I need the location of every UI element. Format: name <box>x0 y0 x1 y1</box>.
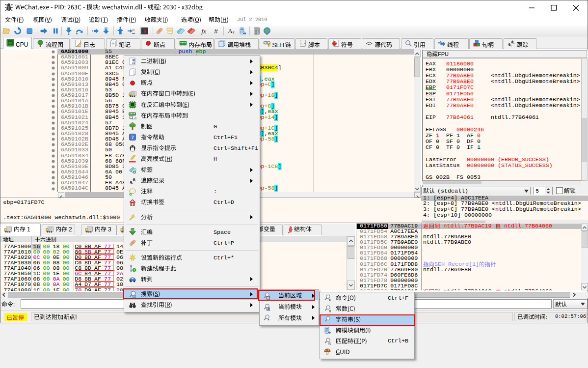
svg-text:*: * <box>267 318 269 322</box>
svg-text:<>: <> <box>300 42 305 46</box>
svg-text:#: # <box>329 309 331 313</box>
svg-text:z: z <box>233 30 235 34</box>
svg-text:<>: <> <box>366 41 372 47</box>
svg-text:#: # <box>214 28 218 35</box>
svg-text:?: ? <box>132 135 134 140</box>
svg-text:32: 32 <box>8 41 12 45</box>
svg-text:A: A <box>228 28 232 34</box>
svg-text:@: @ <box>134 116 137 119</box>
svg-text:fx: fx <box>201 28 206 35</box>
svg-text:S: S <box>143 28 146 34</box>
svg-text:01: 01 <box>131 229 134 232</box>
svg-text:10: 10 <box>132 62 135 65</box>
svg-text:>: > <box>329 298 331 302</box>
